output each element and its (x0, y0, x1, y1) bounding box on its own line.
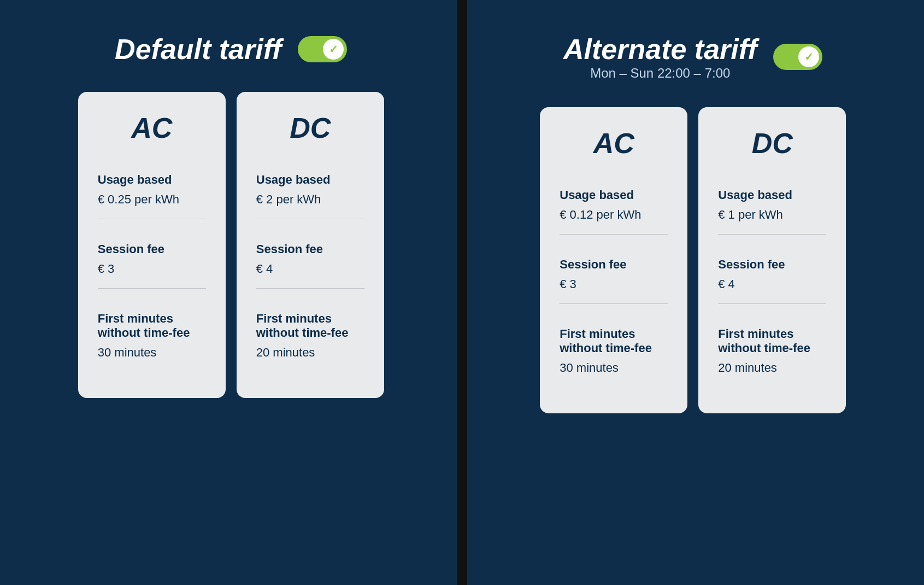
alt-ac-minutes-value: 30 minutes (560, 361, 668, 375)
alt-dc-card: DC Usage based € 1 per kWh Session fee €… (698, 107, 846, 413)
left-panel: Default tariff ✓ AC Usage based € 0.25 p… (0, 0, 462, 585)
default-ac-divider-1 (98, 219, 206, 219)
alt-dc-usage-label: Usage based (718, 188, 826, 202)
left-title-row: Default tariff ✓ (115, 33, 347, 66)
default-dc-minutes-label: First minutes without time-fee (256, 312, 364, 340)
right-panel: Alternate tariff Mon – Sun 22:00 – 7:00 … (462, 0, 925, 585)
left-panel-toggle[interactable]: ✓ (298, 36, 347, 62)
default-ac-session-value: € 3 (98, 262, 206, 276)
alt-ac-card: AC Usage based € 0.12 per kWh Session fe… (540, 107, 687, 413)
default-dc-divider-2 (256, 288, 364, 289)
default-ac-session-label: Session fee (98, 242, 206, 256)
alt-dc-minutes-value: 20 minutes (718, 361, 826, 375)
right-title-row: Alternate tariff Mon – Sun 22:00 – 7:00 … (563, 33, 822, 81)
right-panel-header: Alternate tariff Mon – Sun 22:00 – 7:00 … (484, 33, 903, 85)
default-ac-usage-value: € 0.25 per kWh (98, 192, 206, 207)
alt-dc-divider-1 (718, 234, 826, 235)
default-dc-card: DC Usage based € 2 per kWh Session fee €… (237, 92, 384, 398)
alt-dc-divider-2 (718, 303, 826, 304)
default-ac-minutes-label: First minutes without time-fee (98, 312, 206, 340)
alt-ac-divider-1 (560, 234, 668, 235)
alt-dc-usage-value: € 1 per kWh (718, 208, 826, 222)
alt-ac-session-label: Session fee (560, 258, 668, 272)
default-dc-usage-value: € 2 per kWh (256, 192, 364, 207)
right-toggle-check-icon: ✓ (804, 50, 814, 63)
alt-ac-divider-2 (560, 303, 668, 304)
right-cards-row: AC Usage based € 0.12 per kWh Session fe… (484, 107, 903, 413)
left-panel-title: Default tariff (115, 33, 281, 66)
alt-dc-session-value: € 4 (718, 277, 826, 291)
default-ac-divider-2 (98, 288, 206, 289)
alt-dc-title: DC (718, 127, 826, 160)
default-ac-card: AC Usage based € 0.25 per kWh Session fe… (78, 92, 226, 398)
default-ac-usage-label: Usage based (98, 173, 206, 187)
default-dc-minutes-value: 20 minutes (256, 346, 364, 360)
default-ac-title: AC (98, 112, 206, 144)
right-panel-toggle[interactable]: ✓ (773, 44, 822, 70)
main-container: Default tariff ✓ AC Usage based € 0.25 p… (0, 0, 924, 585)
left-toggle-knob: ✓ (323, 39, 344, 60)
default-dc-session-value: € 4 (256, 262, 364, 276)
default-dc-title: DC (256, 112, 364, 144)
left-toggle-check-icon: ✓ (329, 43, 338, 56)
alt-ac-usage-value: € 0.12 per kWh (560, 208, 668, 222)
default-dc-usage-label: Usage based (256, 173, 364, 187)
alt-dc-minutes-label: First minutes without time-fee (718, 327, 826, 355)
alt-ac-usage-label: Usage based (560, 188, 668, 202)
alt-ac-session-value: € 3 (560, 277, 668, 291)
right-panel-subtitle: Mon – Sun 22:00 – 7:00 (590, 66, 730, 81)
left-panel-header: Default tariff ✓ (22, 33, 440, 70)
alt-ac-title: AC (560, 127, 668, 160)
panel-divider (457, 0, 467, 585)
right-toggle-knob: ✓ (798, 46, 819, 67)
default-ac-minutes-value: 30 minutes (98, 346, 206, 360)
default-dc-divider-1 (256, 219, 364, 219)
left-cards-row: AC Usage based € 0.25 per kWh Session fe… (22, 92, 440, 398)
alt-dc-session-label: Session fee (718, 258, 826, 272)
alt-ac-minutes-label: First minutes without time-fee (560, 327, 668, 355)
default-dc-session-label: Session fee (256, 242, 364, 256)
right-panel-title: Alternate tariff (563, 33, 757, 66)
